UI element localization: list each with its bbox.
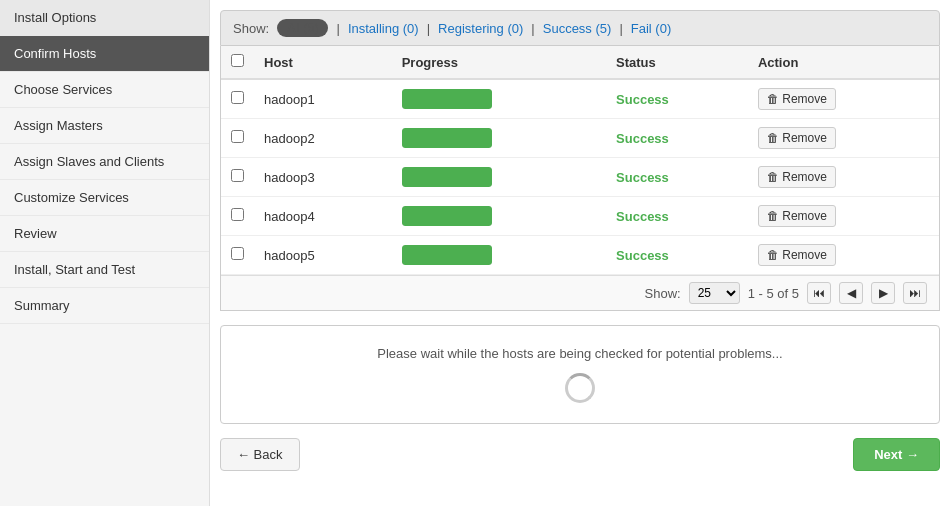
- filter-bar: Show: All (5) | Installing (0) | Registe…: [220, 10, 940, 46]
- remove-button-3[interactable]: 🗑 Remove: [758, 205, 836, 227]
- pagination-next-button[interactable]: ▶: [871, 282, 895, 304]
- sidebar-item-confirm-hosts[interactable]: Confirm Hosts: [0, 36, 209, 72]
- main-content: Show: All (5) | Installing (0) | Registe…: [210, 0, 950, 506]
- col-action: Action: [748, 46, 939, 79]
- progress-bar-fill-3: [402, 206, 492, 226]
- remove-button-1[interactable]: 🗑 Remove: [758, 127, 836, 149]
- cell-action-2: 🗑 Remove: [748, 158, 939, 197]
- progress-bar-fill-2: [402, 167, 492, 187]
- pagination-first-button[interactable]: ⏮: [807, 282, 831, 304]
- cell-action-0: 🗑 Remove: [748, 79, 939, 119]
- progress-bar-fill-1: [402, 128, 492, 148]
- sidebar-item-assign-slaves[interactable]: Assign Slaves and Clients: [0, 144, 209, 180]
- cell-host-3: hadoop4: [254, 197, 392, 236]
- cell-host-0: hadoop1: [254, 79, 392, 119]
- col-host: Host: [254, 46, 392, 79]
- cell-progress-4: [392, 236, 606, 275]
- filter-fail-link[interactable]: Fail (0): [631, 21, 671, 36]
- pagination-bar: Show: 25 50 100 1 - 5 of 5 ⏮ ◀ ▶ ⏭: [221, 275, 939, 310]
- show-label: Show:: [233, 21, 269, 36]
- row-checkbox-3[interactable]: [231, 208, 244, 221]
- next-button[interactable]: Next →: [853, 438, 940, 471]
- progress-bar-wrap-3: [402, 206, 492, 226]
- progress-bar-fill-4: [402, 245, 492, 265]
- pagination-range: 1 - 5 of 5: [748, 286, 799, 301]
- table-row: hadoop2 Success 🗑 Remove: [221, 119, 939, 158]
- pagination-last-button[interactable]: ⏭: [903, 282, 927, 304]
- cell-status-1: Success: [606, 119, 748, 158]
- progress-bar-fill-0: [402, 89, 492, 109]
- table-row: hadoop5 Success 🗑 Remove: [221, 236, 939, 275]
- filter-success-link[interactable]: Success (5): [543, 21, 612, 36]
- cell-host-2: hadoop3: [254, 158, 392, 197]
- col-status: Status: [606, 46, 748, 79]
- cell-progress-2: [392, 158, 606, 197]
- progress-bar-wrap-0: [402, 89, 492, 109]
- remove-button-2[interactable]: 🗑 Remove: [758, 166, 836, 188]
- row-checkbox-1[interactable]: [231, 130, 244, 143]
- pagination-per-page-select[interactable]: 25 50 100: [689, 282, 740, 304]
- wait-box: Please wait while the hosts are being ch…: [220, 325, 940, 424]
- table-row: hadoop3 Success 🗑 Remove: [221, 158, 939, 197]
- back-button[interactable]: ← Back: [220, 438, 300, 471]
- pagination-show-label: Show:: [645, 286, 681, 301]
- table-row: hadoop1 Success 🗑 Remove: [221, 79, 939, 119]
- cell-progress-3: [392, 197, 606, 236]
- filter-installing-link[interactable]: Installing (0): [348, 21, 419, 36]
- progress-bar-wrap-4: [402, 245, 492, 265]
- row-checkbox-4[interactable]: [231, 247, 244, 260]
- filter-all-button[interactable]: All (5): [277, 19, 328, 37]
- loading-spinner: [565, 373, 595, 403]
- cell-action-3: 🗑 Remove: [748, 197, 939, 236]
- cell-action-1: 🗑 Remove: [748, 119, 939, 158]
- col-progress: Progress: [392, 46, 606, 79]
- row-checkbox-0[interactable]: [231, 91, 244, 104]
- sidebar-item-install-options[interactable]: Install Options: [0, 0, 209, 36]
- sidebar-item-choose-services[interactable]: Choose Services: [0, 72, 209, 108]
- cell-status-3: Success: [606, 197, 748, 236]
- sidebar-item-summary[interactable]: Summary: [0, 288, 209, 324]
- cell-host-4: hadoop5: [254, 236, 392, 275]
- cell-host-1: hadoop2: [254, 119, 392, 158]
- hosts-table-wrap: Host Progress Status Action hadoop1 Succ…: [220, 46, 940, 311]
- row-checkbox-2[interactable]: [231, 169, 244, 182]
- cell-progress-1: [392, 119, 606, 158]
- cell-status-0: Success: [606, 79, 748, 119]
- sidebar-item-assign-masters[interactable]: Assign Masters: [0, 108, 209, 144]
- wait-message: Please wait while the hosts are being ch…: [377, 346, 782, 361]
- table-row: hadoop4 Success 🗑 Remove: [221, 197, 939, 236]
- sidebar-item-review[interactable]: Review: [0, 216, 209, 252]
- cell-status-2: Success: [606, 158, 748, 197]
- sidebar: Install Options Confirm Hosts Choose Ser…: [0, 0, 210, 506]
- select-all-checkbox[interactable]: [231, 54, 244, 67]
- remove-button-0[interactable]: 🗑 Remove: [758, 88, 836, 110]
- pagination-prev-button[interactable]: ◀: [839, 282, 863, 304]
- bottom-bar: ← Back Next →: [220, 438, 940, 471]
- sidebar-item-install-start[interactable]: Install, Start and Test: [0, 252, 209, 288]
- remove-button-4[interactable]: 🗑 Remove: [758, 244, 836, 266]
- cell-progress-0: [392, 79, 606, 119]
- hosts-table: Host Progress Status Action hadoop1 Succ…: [221, 46, 939, 275]
- cell-action-4: 🗑 Remove: [748, 236, 939, 275]
- filter-registering-link[interactable]: Registering (0): [438, 21, 523, 36]
- progress-bar-wrap-1: [402, 128, 492, 148]
- progress-bar-wrap-2: [402, 167, 492, 187]
- cell-status-4: Success: [606, 236, 748, 275]
- sidebar-item-customize-services[interactable]: Customize Services: [0, 180, 209, 216]
